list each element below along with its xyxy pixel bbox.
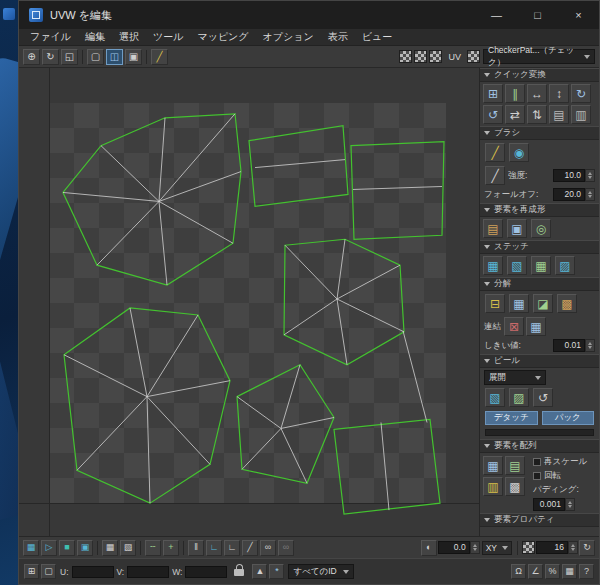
align-corner-icon[interactable]: ∟ xyxy=(206,540,222,556)
freeze-icon[interactable]: * xyxy=(269,564,284,579)
snap-toggle-icon[interactable]: ▣ xyxy=(125,49,142,65)
help-icon[interactable]: ? xyxy=(579,564,594,579)
refresh-view-icon[interactable]: ↻ xyxy=(579,540,595,556)
spin-down-icon[interactable] xyxy=(588,195,592,198)
align-to-edge-icon[interactable]: ⇄ xyxy=(505,105,525,124)
uv-island[interactable] xyxy=(351,142,444,240)
titlebar[interactable]: UVW を編集 — □ × xyxy=(19,1,599,29)
menu-file[interactable]: ファイル xyxy=(23,29,78,45)
rescale-checkbox[interactable]: 再スケール xyxy=(533,456,597,468)
stitch-to-target-icon[interactable]: ▨ xyxy=(555,256,575,275)
section-header-explode[interactable]: 分解 xyxy=(480,277,599,291)
detach-button[interactable]: デタッチ xyxy=(485,411,538,425)
section-header-stitch[interactable]: ステッチ xyxy=(480,240,599,254)
move-tool-icon[interactable]: ⊕ xyxy=(23,49,40,65)
make-square-icon[interactable]: ▣ xyxy=(507,219,527,238)
linear-align-icon[interactable]: ▤ xyxy=(549,105,569,124)
axis-selector[interactable]: XY xyxy=(482,541,512,555)
close-button[interactable]: × xyxy=(558,1,599,29)
stitch-to-source-icon[interactable]: ▧ xyxy=(507,256,527,275)
strength-spinner[interactable]: 10.0 xyxy=(553,169,595,182)
scale-tool-icon[interactable]: ◱ xyxy=(61,49,78,65)
uv-island[interactable] xyxy=(63,114,241,285)
move-vertical-icon[interactable]: + xyxy=(163,540,179,556)
snap-grid-icon[interactable]: ▧ xyxy=(120,540,136,556)
texel-density-icon[interactable]: ▦ xyxy=(102,540,118,556)
menu-view[interactable]: ビュー xyxy=(355,29,399,45)
menu-display[interactable]: 表示 xyxy=(321,29,355,45)
peel-method-dropdown[interactable]: 展開 xyxy=(484,370,546,385)
spin-up-icon[interactable] xyxy=(568,501,572,504)
stitch-to-average-icon[interactable]: ▦ xyxy=(531,256,551,275)
spin-up-icon[interactable] xyxy=(588,191,592,194)
menu-edit[interactable]: 編集 xyxy=(78,29,112,45)
checker-tile-a-icon[interactable] xyxy=(399,50,412,63)
v-field[interactable] xyxy=(127,566,169,578)
uv-space-icon[interactable]: ▦ xyxy=(23,540,39,556)
align-vertical-icon[interactable]: ∥ xyxy=(505,84,525,103)
spin-down-icon[interactable] xyxy=(571,548,575,551)
weld-selected-icon[interactable]: ▦ xyxy=(526,317,546,336)
paint-select-icon[interactable]: ╱ xyxy=(151,49,168,65)
section-header-peel[interactable]: ピール xyxy=(480,354,599,368)
menu-options[interactable]: オプション xyxy=(256,29,321,45)
rotate-ccw-icon[interactable]: ↺ xyxy=(483,105,503,124)
spin-down-icon[interactable] xyxy=(473,548,477,551)
pack-now-icon[interactable]: ▤ xyxy=(505,456,525,475)
space-horizontal-icon[interactable]: ↔ xyxy=(527,84,547,103)
menu-select[interactable]: 選択 xyxy=(112,29,146,45)
checker-tile-b-icon[interactable] xyxy=(414,50,427,63)
straighten-selection-icon[interactable]: ▤ xyxy=(483,219,503,238)
spin-up-icon[interactable] xyxy=(473,544,477,547)
section-header-arrange[interactable]: 要素を配列 xyxy=(480,439,599,453)
section-header-quick-transform[interactable]: クイック変換 xyxy=(480,68,599,82)
mirror-bars-icon[interactable]: ‖ xyxy=(188,540,204,556)
align-edge-icon[interactable]: ∟ xyxy=(224,540,240,556)
freeform-mode-icon[interactable]: ▢ xyxy=(87,49,104,65)
checker-map-toggle-icon[interactable] xyxy=(467,50,480,63)
checker-tile-c-icon[interactable] xyxy=(429,50,442,63)
grid-visibility-icon[interactable]: ▦ xyxy=(562,564,577,579)
grid-align-icon[interactable]: ▥ xyxy=(571,105,591,124)
rotate-gizmo-icon[interactable]: ◐ xyxy=(421,540,437,556)
magnet-snap-icon[interactable]: Ω xyxy=(511,564,526,579)
desktop-shortcut-icon[interactable] xyxy=(3,8,15,20)
checkbox-icon[interactable] xyxy=(533,458,541,466)
pen-edit-icon[interactable]: ╱ xyxy=(242,540,258,556)
relax-until-flat-icon[interactable]: ◎ xyxy=(531,219,551,238)
menu-tools[interactable]: ツール xyxy=(146,29,190,45)
pack-tight-icon[interactable]: ▩ xyxy=(505,477,525,496)
show-map-icon[interactable]: ▷ xyxy=(41,540,57,556)
rotate-checkbox[interactable]: 回転 xyxy=(533,470,597,482)
spin-up-icon[interactable] xyxy=(588,342,592,345)
uv-island[interactable] xyxy=(237,365,334,483)
checkbox-icon[interactable] xyxy=(533,472,541,480)
material-id-filter[interactable]: すべてのID xyxy=(288,564,354,579)
spin-down-icon[interactable] xyxy=(568,505,572,508)
texture-dropdown[interactable]: CheckerPat...（チェック） xyxy=(483,49,595,64)
explode-by-material-icon[interactable]: ▩ xyxy=(557,294,577,313)
soft-selection-icon[interactable]: ■ xyxy=(59,540,75,556)
percent-snap-icon[interactable]: % xyxy=(545,564,560,579)
threshold-spinner[interactable]: 0.01 xyxy=(553,339,595,352)
menu-mapping[interactable]: マッピング xyxy=(190,29,255,45)
section-header-reshape[interactable]: 要素を再成形 xyxy=(480,203,599,217)
angle-spinner[interactable]: 0.0 xyxy=(438,541,480,554)
minimize-button[interactable]: — xyxy=(476,1,517,29)
rotate-tool-icon[interactable]: ↻ xyxy=(42,49,59,65)
rotate-cw-icon[interactable]: ↻ xyxy=(571,84,591,103)
mirror-mode-icon[interactable]: ◫ xyxy=(106,49,123,65)
relax-brush-icon[interactable]: ◉ xyxy=(509,143,529,162)
lock-selection-icon[interactable] xyxy=(234,569,244,576)
paint-move-brush-icon[interactable]: ╱ xyxy=(485,143,505,162)
link-icon[interactable]: ∞ xyxy=(260,540,276,556)
pack-button[interactable]: パック xyxy=(542,411,595,425)
offset-mode-icon[interactable]: ▢ xyxy=(41,564,56,579)
explode-by-smoothing-icon[interactable]: ◪ xyxy=(533,294,553,313)
section-header-brush[interactable]: ブラシ xyxy=(480,126,599,140)
falloff-curve-icon[interactable]: ╱ xyxy=(485,166,505,185)
angle-snap-icon[interactable]: ∠ xyxy=(528,564,543,579)
unlink-icon[interactable]: ∞ xyxy=(278,540,294,556)
selection-cursor-icon[interactable]: ▲ xyxy=(252,564,267,579)
spin-down-icon[interactable] xyxy=(588,176,592,179)
